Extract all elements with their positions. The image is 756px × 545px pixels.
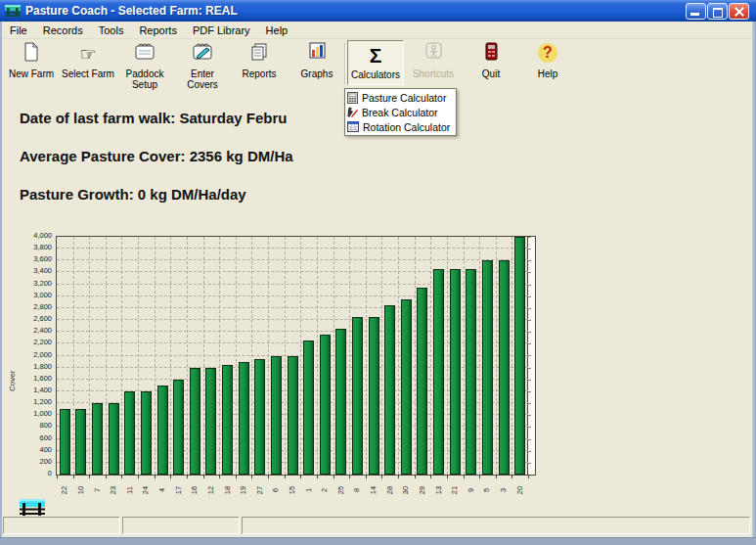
x-tick-label: 3: [499, 477, 509, 503]
y-tick-label: 800: [9, 422, 52, 430]
x-tick-mark: [285, 476, 286, 478]
bar: [288, 356, 298, 476]
y-tick-label: 3,000: [9, 292, 52, 299]
gridline: [187, 237, 188, 475]
x-tick-mark: [317, 476, 318, 478]
menu-item-pasture-calculator[interactable]: Pasture Calculator: [345, 90, 456, 105]
gridline: [479, 237, 480, 475]
paddock-setup-button[interactable]: Paddock Setup: [116, 40, 173, 85]
reports-icon: [231, 42, 288, 68]
toolbar-label: Calculators: [348, 69, 403, 80]
menu-item-rotation-calculator[interactable]: Rotation Calculator: [345, 119, 456, 134]
menu-reports[interactable]: Reports: [131, 23, 185, 37]
help-button[interactable]: ? Help: [519, 40, 576, 85]
gridline: [398, 237, 399, 475]
minimize-icon: [690, 13, 699, 16]
bar: [499, 260, 510, 475]
pasture-cover-chart: Cover 02004006008001,0001,2001,4001,6001…: [0, 227, 557, 511]
x-tick-label: 15: [288, 477, 297, 503]
x-tick-label: 7: [93, 477, 103, 503]
new-farm-button[interactable]: New Farm: [3, 40, 60, 85]
x-tick-label: 12: [206, 477, 216, 503]
restore-icon: [713, 8, 723, 18]
status-bar: [2, 516, 752, 537]
window-border-right: [752, 22, 756, 538]
restore-button[interactable]: [707, 3, 728, 20]
y-tick-label: 3,400: [9, 267, 52, 275]
calculators-icon: Σ: [348, 43, 403, 68]
shortcuts-button: Shortcuts: [405, 40, 462, 85]
x-tick-label: 11: [125, 477, 135, 503]
x-tick-mark: [398, 476, 399, 478]
close-button[interactable]: [729, 3, 749, 20]
graphs-button[interactable]: Graphs: [289, 40, 345, 85]
y-tick-label: 2,800: [9, 303, 52, 311]
x-tick-mark: [528, 476, 529, 478]
calculators-dropdown-menu: Pasture Calculator Break Calculator Rota…: [344, 88, 457, 136]
select-farm-button[interactable]: ☞ Select Farm: [60, 40, 116, 85]
menu-pdf-library[interactable]: PDF Library: [185, 23, 258, 37]
gridline: [349, 237, 350, 475]
x-tick-mark: [479, 476, 480, 478]
window-title: Pasture Coach - Selected Farm: REAL: [25, 4, 238, 18]
bar: [271, 356, 282, 476]
select-farm-icon: ☞: [60, 42, 116, 68]
gridline: [106, 237, 107, 475]
bar: [320, 335, 331, 475]
paddock-setup-icon: [116, 42, 173, 68]
reports-button[interactable]: Reports: [231, 40, 288, 85]
menu-file[interactable]: File: [2, 23, 35, 37]
quit-button[interactable]: Quit: [463, 40, 519, 85]
menu-help[interactable]: Help: [258, 23, 296, 37]
title-bar[interactable]: Pasture Coach - Selected Farm: REAL: [0, 0, 756, 22]
x-tick-mark: [138, 476, 139, 478]
bar: [222, 365, 233, 475]
x-tick-label: 9: [467, 477, 476, 503]
x-tick-label: 1: [304, 477, 314, 503]
status-panel: [3, 517, 120, 534]
bar: [205, 368, 216, 475]
bar: [173, 380, 184, 475]
menu-item-break-calculator[interactable]: Break Calculator: [345, 105, 456, 119]
bar: [75, 409, 86, 475]
bar: [450, 269, 461, 475]
x-tick-mark: [121, 476, 122, 478]
x-tick-mark: [155, 476, 156, 478]
gridline: [496, 237, 497, 475]
x-tick-label: 24: [141, 477, 151, 503]
pasture-growth-text: Pasture Growth: 0 kg DM/Ha/day: [20, 186, 246, 203]
toolbar-label: New Farm: [3, 68, 60, 79]
menu-tools[interactable]: Tools: [91, 23, 132, 37]
shortcuts-icon: [405, 42, 462, 68]
x-tick-label: 19: [239, 477, 248, 503]
quit-icon: [463, 42, 519, 68]
x-tick-mark: [415, 476, 416, 478]
x-tick-mark: [57, 476, 58, 478]
enter-covers-button[interactable]: Enter Covers: [174, 40, 231, 85]
x-tick-mark: [300, 476, 301, 478]
calculators-button[interactable]: Σ Calculators: [347, 40, 404, 85]
gridline: [381, 237, 382, 475]
menu-item-label: Break Calculator: [362, 107, 438, 118]
y-tick-label: 400: [9, 446, 52, 454]
x-tick-mark: [334, 476, 334, 478]
gridline: [317, 237, 318, 475]
y-tick-label: 1,800: [9, 363, 52, 371]
x-tick-mark: [381, 476, 382, 478]
y-tick-label: 4,000: [9, 232, 52, 240]
menu-records[interactable]: Records: [35, 23, 91, 37]
x-tick-label: 28: [385, 477, 395, 503]
x-tick-mark: [430, 476, 431, 478]
app-fence-icon: [5, 4, 21, 18]
y-tick-label: 2,400: [9, 327, 52, 335]
x-tick-mark: [236, 476, 237, 478]
x-tick-mark: [251, 476, 252, 478]
minimize-button[interactable]: [686, 3, 706, 20]
gridline: [447, 237, 448, 475]
y-tick-label: 1,200: [9, 398, 52, 406]
bar: [417, 288, 427, 475]
x-tick-label: 21: [450, 477, 460, 503]
y-tick-label: 2,600: [9, 315, 52, 323]
x-tick-mark: [170, 476, 171, 478]
toolbar-label: Reports: [231, 68, 288, 79]
